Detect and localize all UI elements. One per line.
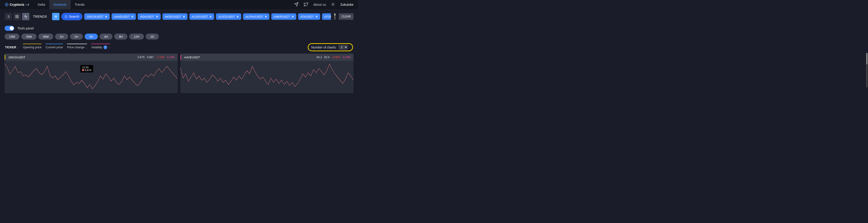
sort-open[interactable]: Opening price — [23, 46, 41, 49]
chip-akrousdt[interactable]: AKROUSDT ✕ — [162, 13, 187, 20]
svg-rect-13 — [56, 16, 57, 18]
theme-icon[interactable] — [331, 2, 335, 7]
sort-volatility[interactable]: Volatility?↓ — [91, 46, 110, 49]
search-button[interactable]: Search — [61, 13, 83, 20]
close-icon[interactable]: ✕ — [265, 15, 267, 19]
brand-text: Cryptoviz — [10, 3, 24, 6]
trends-label: TRENDS — [33, 15, 47, 19]
close-icon[interactable]: ✕ — [105, 15, 107, 19]
nav-tab-screener[interactable]: Screener — [49, 0, 71, 9]
timeframe-1d[interactable]: 1D — [146, 33, 159, 39]
grid-view-icon[interactable] — [13, 13, 21, 20]
close-icon[interactable]: ✕ — [237, 15, 239, 19]
pause-button[interactable] — [52, 13, 59, 20]
stat-open: 84.2 — [316, 56, 322, 59]
chip-adausdt[interactable]: ADAUSDT ✕ — [138, 13, 160, 20]
chip-ankrusdt[interactable]: ANKRUSDT ✕ — [271, 13, 296, 20]
chart-body[interactable]: 12:330,674 — [5, 61, 178, 93]
timeframe-2h[interactable]: 2H — [70, 33, 83, 39]
nav-tabs: DeltaScreenerTrends — [33, 0, 89, 9]
chart-panel-aaveusdt[interactable]: AAVEUSDT84.283.4-0.95%0.18% — [180, 54, 353, 93]
stat-current: 0.667 — [147, 56, 154, 59]
svg-rect-11 — [16, 17, 17, 18]
twitter-icon[interactable] — [304, 2, 308, 7]
stat-open: 0.675 — [138, 56, 145, 59]
tools-panel-toggle[interactable] — [5, 26, 14, 31]
help-icon[interactable]: ? — [103, 46, 107, 49]
sort-change[interactable]: Price change↓ — [67, 46, 87, 49]
about-link[interactable]: About us — [313, 3, 326, 6]
close-icon[interactable]: ✕ — [315, 15, 318, 19]
close-icon[interactable]: ✕ — [156, 15, 158, 19]
search-icon — [64, 15, 68, 18]
stat-current: 83.4 — [324, 56, 330, 59]
chip-atausdt[interactable]: ATAUSDT ✕ — [298, 13, 320, 20]
chip-algousdt[interactable]: ALGOUSDT ✕ — [189, 13, 214, 20]
number-of-charts-control: Number of charts: 2 — [308, 43, 353, 51]
svg-rect-9 — [17, 15, 18, 16]
timeframe-45m[interactable]: 45M — [38, 33, 53, 39]
list-view-icon[interactable] — [5, 13, 12, 20]
timeframe-6h[interactable]: 6H — [114, 33, 127, 39]
chip-1inchusdt[interactable]: 1INCHUSDT ✕ — [84, 13, 110, 20]
arrow-down-icon: ↓ — [108, 46, 110, 49]
stat-change: -0.95% — [332, 56, 341, 59]
chip-alphausdt[interactable]: ALPHAUSDT ✕ — [243, 13, 270, 20]
timeframe-4h[interactable]: 4H — [100, 33, 113, 39]
chip-atomusdt[interactable]: ATOMUSDT ✕ — [322, 13, 331, 20]
chart-body[interactable] — [180, 61, 353, 93]
chart-header: 1INCHUSDT0.6750.667-1.19%0.18% — [5, 54, 178, 61]
arrow-down-icon: ↓ — [18, 46, 19, 49]
chart-header: AAVEUSDT84.283.4-0.95%0.18% — [180, 54, 353, 61]
chip-aliceusdt[interactable]: ALICEUSDT ✕ — [216, 13, 241, 20]
svg-rect-10 — [17, 17, 18, 18]
svg-point-14 — [65, 16, 67, 18]
svg-line-15 — [67, 17, 67, 18]
timeframe-3h[interactable]: 3H — [85, 33, 98, 39]
sort-ticker[interactable]: TICKER↓ — [5, 46, 19, 49]
chip-aaveusdt[interactable]: AAVEUSDT ✕ — [112, 13, 136, 20]
stat-volatility: 0.18% — [343, 56, 351, 59]
close-icon[interactable]: ✕ — [183, 15, 185, 19]
tools-panel-label: Tools panel — [18, 26, 34, 30]
symbol-chips: 1INCHUSDT ✕AAVEUSDT ✕ADAUSDT ✕AKROUSDT ✕… — [84, 13, 331, 20]
close-icon[interactable]: ✕ — [209, 15, 212, 19]
sort-current[interactable]: Current price — [46, 46, 63, 49]
timeframe-1h[interactable]: 1H — [55, 33, 68, 39]
stat-change: -1.19% — [156, 56, 165, 59]
brand-logo[interactable]: Cryptoviz●r — [5, 2, 29, 7]
send-icon[interactable] — [294, 2, 299, 7]
close-icon[interactable]: ✕ — [131, 15, 133, 19]
timeframe-12h[interactable]: 12H — [129, 33, 144, 39]
nav-tab-trends[interactable]: Trends — [71, 0, 89, 9]
svg-rect-8 — [16, 15, 17, 16]
chart-ticker: 1INCHUSDT — [8, 56, 25, 59]
timeframe-15m[interactable]: 15M — [5, 33, 20, 39]
logo-icon — [5, 2, 9, 7]
clear-button[interactable]: CLEAR — [339, 13, 353, 20]
chart-panel-1inchusdt[interactable]: 1INCHUSDT0.6750.667-1.19%0.18%12:330,674 — [5, 54, 178, 93]
svg-point-1 — [332, 4, 334, 5]
timeframe-row: 15M30M45M1H2H3H4H6H12H1D — [0, 33, 358, 42]
num-charts-label: Number of charts: — [311, 46, 337, 49]
trends-view-icon[interactable] — [22, 13, 29, 20]
chart-ticker: AAVEUSDT — [184, 56, 200, 59]
timeframe-30m[interactable]: 30M — [21, 33, 36, 39]
user-name[interactable]: Zukutoke — [340, 3, 353, 6]
close-icon[interactable]: ✕ — [291, 15, 294, 19]
arrow-down-icon: ↓ — [86, 46, 87, 49]
num-charts-select[interactable]: 2 — [339, 45, 348, 50]
stat-volatility: 0.18% — [167, 56, 175, 59]
svg-rect-12 — [55, 16, 55, 18]
chips-scrollbar[interactable] — [334, 13, 336, 20]
nav-tab-delta[interactable]: Delta — [33, 0, 49, 9]
